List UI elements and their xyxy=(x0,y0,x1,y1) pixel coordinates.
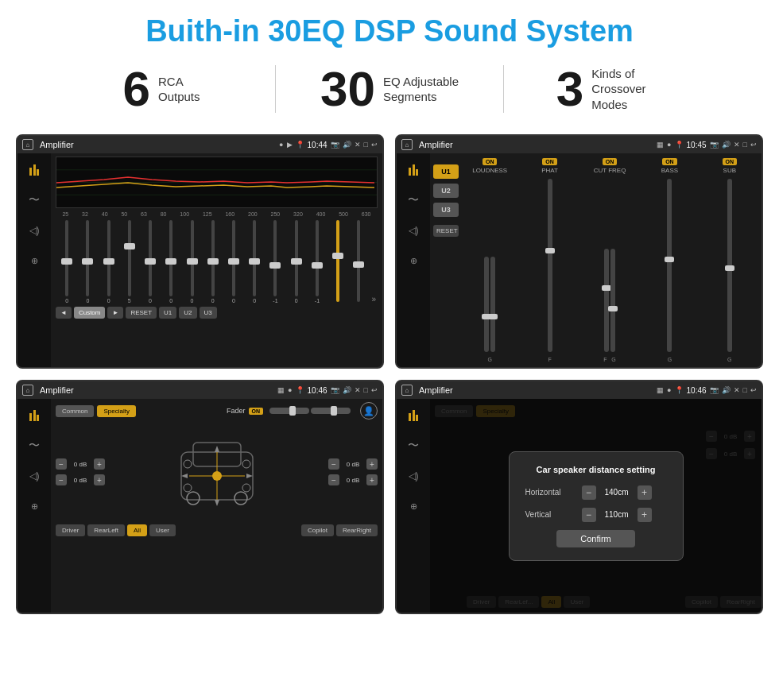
wave4-sidebar-icon[interactable]: 〜 xyxy=(403,435,424,456)
fader-slider2[interactable] xyxy=(311,408,351,414)
rearleft-btn[interactable]: RearLeft xyxy=(87,524,125,536)
sub-label: SUB xyxy=(723,167,736,174)
db-minus-1[interactable]: − xyxy=(56,458,67,470)
eq-thumb-13 xyxy=(312,262,323,269)
horizontal-plus-btn[interactable]: + xyxy=(638,485,652,500)
vol4-sidebar-icon[interactable]: ◁) xyxy=(403,466,424,486)
eq-slider-7[interactable]: 0 xyxy=(182,220,201,304)
horizontal-value: 140cm xyxy=(601,488,633,497)
eq-slider-14[interactable] xyxy=(328,220,347,304)
eq-slider-13[interactable]: -1 xyxy=(308,220,327,304)
vertical-plus-btn[interactable]: + xyxy=(638,508,652,522)
grid4-icon: ▦ xyxy=(657,386,664,394)
spread2-sidebar-icon[interactable]: ⊕ xyxy=(403,250,424,271)
loudness-slider[interactable] xyxy=(484,257,489,352)
home-icon[interactable]: ⌂ xyxy=(22,139,33,150)
db-plus-4[interactable]: + xyxy=(366,474,378,485)
eq-val-4: 5 xyxy=(128,298,131,304)
phat-slider[interactable] xyxy=(548,179,552,352)
eq-slider-6[interactable]: 0 xyxy=(161,220,180,304)
db-minus-4[interactable]: − xyxy=(328,474,339,485)
pin3-icon: 📍 xyxy=(296,386,304,394)
pin4-icon: 📍 xyxy=(675,386,684,394)
eq-sidebar-icon[interactable] xyxy=(24,160,45,180)
all-btn[interactable]: All xyxy=(127,524,147,536)
eq-slider-4[interactable]: 5 xyxy=(120,220,139,304)
u1-active-btn[interactable]: U1 xyxy=(433,164,459,179)
eq-slider-1[interactable]: 0 xyxy=(57,220,76,304)
sub-slider[interactable] xyxy=(727,179,732,352)
eq-slider-2[interactable]: 0 xyxy=(78,220,97,304)
wave2-sidebar-icon[interactable]: 〜 xyxy=(403,190,424,211)
spread4-sidebar-icon[interactable]: ⊕ xyxy=(403,496,424,516)
db-minus-2[interactable]: − xyxy=(56,474,67,485)
eq3-sidebar-icon[interactable] xyxy=(24,405,45,426)
db-plus-2[interactable]: + xyxy=(94,474,105,485)
cutfreq-slider2[interactable] xyxy=(610,249,615,352)
vol3-sidebar-icon[interactable]: ◁) xyxy=(24,466,45,486)
horizontal-minus-btn[interactable]: − xyxy=(582,485,596,500)
db-minus-3[interactable]: − xyxy=(328,458,339,470)
wave3-sidebar-icon[interactable]: 〜 xyxy=(24,435,45,456)
common-tab[interactable]: Common xyxy=(56,405,94,417)
left-db-controls: − 0 dB + − 0 dB + xyxy=(56,458,105,485)
dot2-icon: ● xyxy=(667,141,671,149)
vol-sidebar-icon[interactable]: ◁) xyxy=(24,220,45,241)
eq4-sidebar-icon[interactable] xyxy=(403,405,424,426)
person-icon: 👤 xyxy=(360,402,378,420)
u2-button[interactable]: U2 xyxy=(179,307,196,319)
bass-slider[interactable] xyxy=(667,179,672,352)
eq-slider-3[interactable]: 0 xyxy=(99,220,118,304)
user-btn[interactable]: User xyxy=(149,524,176,536)
home-icon-4[interactable]: ⌂ xyxy=(401,385,413,396)
svg-point-7 xyxy=(184,460,192,468)
confirm-button[interactable]: Confirm xyxy=(556,530,635,547)
eq-slider-9[interactable]: 0 xyxy=(224,220,243,304)
loudness-col: ON LOUDNESS G xyxy=(461,157,518,364)
fader-slider1[interactable] xyxy=(269,408,309,414)
loudness-slider2[interactable] xyxy=(490,257,495,352)
screen3-title: Amplifier xyxy=(40,385,274,395)
db-plus-1[interactable]: + xyxy=(94,458,105,470)
eq-slider-15[interactable] xyxy=(349,220,368,304)
eq-slider-11[interactable]: -1 xyxy=(265,220,285,304)
spread3-sidebar-icon[interactable]: ⊕ xyxy=(24,496,45,516)
dot3-icon: ● xyxy=(288,386,292,394)
eq-slider-8[interactable]: 0 xyxy=(203,220,223,304)
eq-slider-5[interactable]: 0 xyxy=(141,220,160,304)
next-button[interactable]: ► xyxy=(107,307,123,319)
reset-amp-btn[interactable]: RESET xyxy=(433,225,459,237)
phat-col: ON PHAT F xyxy=(521,157,578,364)
wave-sidebar-icon[interactable]: 〜 xyxy=(24,190,45,211)
spread-sidebar-icon[interactable]: ⊕ xyxy=(24,250,45,271)
reset-button[interactable]: RESET xyxy=(126,307,157,319)
home-icon-3[interactable]: ⌂ xyxy=(22,385,33,396)
home-icon-2[interactable]: ⌂ xyxy=(401,139,413,150)
eq-slider-10[interactable]: 0 xyxy=(245,220,264,304)
u3-button[interactable]: U3 xyxy=(200,307,217,319)
u3-inactive-btn[interactable]: U3 xyxy=(433,203,459,217)
prev-button[interactable]: ◄ xyxy=(56,307,72,319)
eq2-sidebar-icon[interactable] xyxy=(403,160,424,180)
cutfreq-slider1[interactable] xyxy=(604,249,609,352)
rearright-btn[interactable]: RearRight xyxy=(336,524,378,536)
eq-thumb-15 xyxy=(353,261,364,268)
custom-button[interactable]: Custom xyxy=(74,307,106,319)
screen2-sidebar: 〜 ◁) ⊕ xyxy=(397,153,430,367)
dot4-icon: ● xyxy=(667,386,671,394)
s3-tabs-row: Common Specialty Fader ON 👤 xyxy=(56,402,378,420)
equalizer3-icon xyxy=(29,410,39,421)
screen4-content: 〜 ◁) ⊕ Common Specialty xyxy=(397,399,762,613)
copilot-btn[interactable]: Copilot xyxy=(301,524,334,536)
eq-slider-12[interactable]: 0 xyxy=(287,220,306,304)
driver-btn[interactable]: Driver xyxy=(56,524,85,536)
specialty-tab[interactable]: Specialty xyxy=(97,405,135,417)
eq-track-6 xyxy=(169,220,172,296)
x3-icon: ✕ xyxy=(355,386,361,394)
eq-thumb-3 xyxy=(103,258,114,265)
db-plus-3[interactable]: + xyxy=(366,458,378,470)
vol2-sidebar-icon[interactable]: ◁) xyxy=(403,220,424,241)
vertical-minus-btn[interactable]: − xyxy=(582,508,596,522)
u2-inactive-btn[interactable]: U2 xyxy=(433,184,459,198)
u1-button[interactable]: U1 xyxy=(159,307,176,319)
